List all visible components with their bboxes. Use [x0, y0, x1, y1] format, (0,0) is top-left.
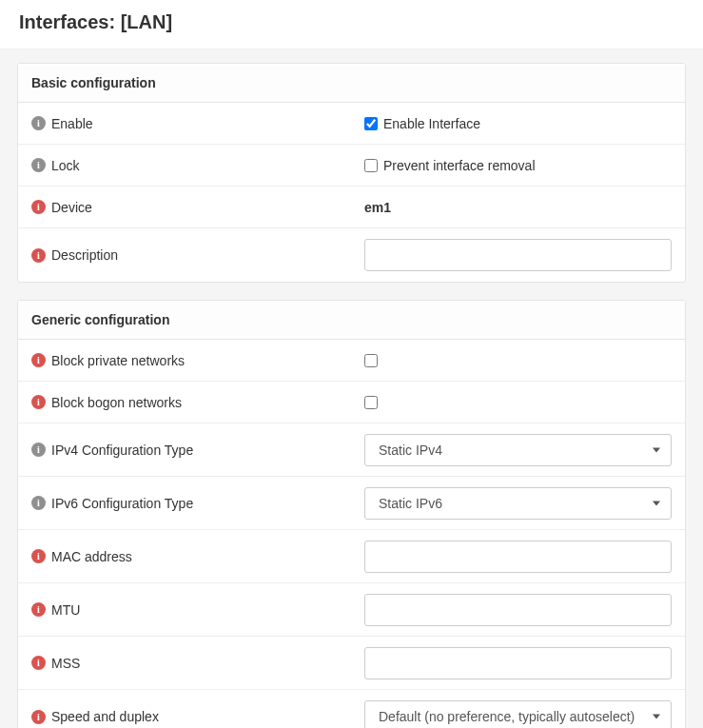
ipv6-type-row: IPv6 Configuration Type Static IPv6	[18, 477, 685, 530]
info-icon[interactable]	[31, 200, 46, 214]
basic-config-panel: Basic configuration Enable Enable Interf…	[17, 63, 686, 283]
info-icon[interactable]	[31, 656, 46, 670]
page-title: Interfaces: [LAN]	[19, 11, 684, 33]
mac-row: MAC address	[18, 530, 685, 583]
block-bogon-row: Block bogon networks	[18, 382, 685, 423]
page-header: Interfaces: [LAN]	[0, 0, 703, 49]
panel-title: Basic configuration	[31, 75, 156, 90]
block-bogon-label: Block bogon networks	[51, 395, 182, 410]
mtu-label: MTU	[51, 602, 80, 618]
ipv4-type-label: IPv4 Configuration Type	[51, 443, 193, 458]
ipv4-type-selected: Static IPv4	[364, 434, 672, 466]
mac-label: MAC address	[51, 549, 132, 564]
speed-duplex-selected: Default (no preference, typically autose…	[364, 700, 672, 728]
description-input[interactable]	[364, 239, 672, 271]
lock-label: Lock	[51, 158, 80, 173]
mtu-input[interactable]	[364, 594, 672, 626]
enable-label: Enable	[51, 116, 93, 131]
info-icon[interactable]	[31, 443, 46, 457]
mss-input[interactable]	[364, 647, 672, 679]
info-icon[interactable]	[31, 116, 46, 130]
generic-config-panel: Generic configuration Block private netw…	[17, 300, 686, 728]
description-label: Description	[51, 247, 118, 263]
speed-duplex-select[interactable]: Default (no preference, typically autose…	[364, 700, 672, 728]
device-label: Device	[51, 200, 92, 215]
lock-checkbox[interactable]	[364, 159, 378, 172]
block-private-label: Block private networks	[51, 353, 185, 368]
description-row: Description	[18, 228, 685, 282]
device-row: Device em1	[18, 187, 685, 228]
info-icon[interactable]	[31, 710, 46, 724]
basic-config-heading: Basic configuration	[18, 64, 685, 103]
enable-checkbox-label: Enable Interface	[383, 116, 480, 131]
speed-duplex-row: Speed and duplex Default (no preference,…	[18, 690, 685, 728]
generic-config-heading: Generic configuration	[18, 301, 685, 340]
speed-duplex-label: Speed and duplex	[51, 709, 159, 724]
mss-row: MSS	[18, 637, 685, 690]
content-area: Basic configuration Enable Enable Interf…	[0, 49, 703, 728]
lock-checkbox-label: Prevent interface removal	[383, 158, 536, 173]
block-bogon-checkbox[interactable]	[364, 396, 378, 409]
info-icon[interactable]	[31, 602, 46, 617]
lock-row: Lock Prevent interface removal	[18, 145, 685, 187]
mac-input[interactable]	[364, 541, 672, 573]
panel-title: Generic configuration	[31, 312, 169, 327]
ipv6-type-select[interactable]: Static IPv6	[364, 487, 672, 520]
info-icon[interactable]	[31, 158, 46, 172]
info-icon[interactable]	[31, 496, 46, 510]
mtu-row: MTU	[18, 583, 685, 637]
enable-checkbox[interactable]	[364, 117, 378, 130]
ipv6-type-selected: Static IPv6	[364, 487, 672, 520]
device-value: em1	[364, 200, 391, 215]
ipv6-type-label: IPv6 Configuration Type	[51, 496, 193, 511]
ipv4-type-select[interactable]: Static IPv4	[364, 434, 672, 466]
info-icon[interactable]	[31, 353, 46, 367]
enable-row: Enable Enable Interface	[18, 103, 685, 145]
info-icon[interactable]	[31, 549, 46, 563]
info-icon[interactable]	[31, 248, 46, 263]
block-private-checkbox[interactable]	[364, 354, 378, 367]
info-icon[interactable]	[31, 395, 46, 409]
mss-label: MSS	[51, 656, 80, 671]
ipv4-type-row: IPv4 Configuration Type Static IPv4	[18, 423, 685, 477]
block-private-row: Block private networks	[18, 340, 685, 382]
